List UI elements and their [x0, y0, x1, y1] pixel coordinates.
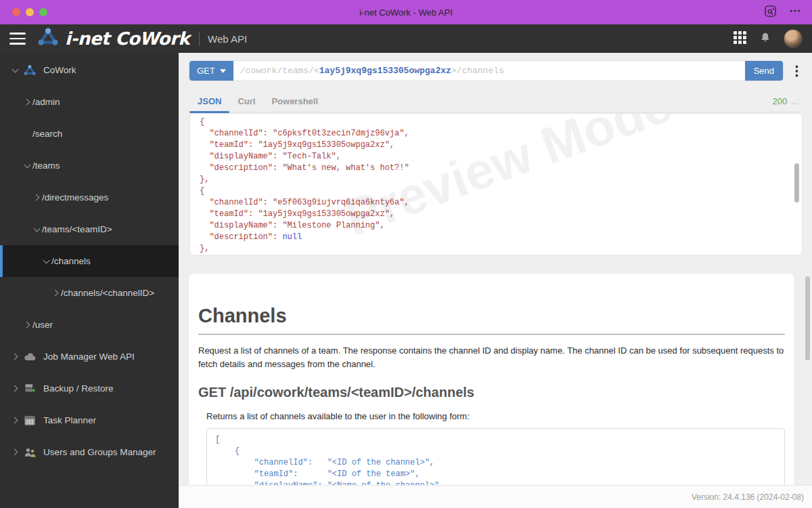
response-panel: { "channelId": "c6pksft0t3zecin7dmjz96vj…	[189, 113, 803, 255]
app-header: i-net CoWork Web API	[0, 24, 812, 53]
documentation-panel: Channels Request a list of channels of a…	[188, 273, 795, 485]
apps-grid-icon[interactable]	[733, 30, 747, 47]
sidebar-item-label: Job Manager Web API	[43, 352, 135, 362]
chevron-right-icon	[9, 352, 20, 362]
sidebar-item-label: /search	[32, 129, 62, 139]
more-options-icon[interactable]	[789, 5, 801, 20]
sidebar-item-teams-teamid[interactable]: /teams/<teamID>	[0, 213, 179, 245]
doc-endpoint-heading: GET /api/cowork/teams/<teamID>/channels	[198, 385, 785, 400]
sidebar-item-cowork[interactable]: CoWork	[0, 54, 179, 86]
doc-code-line: "teamId": "<ID of the team>",	[215, 469, 776, 480]
cloud-icon	[23, 350, 37, 364]
doc-code-block: [ { "channelId": "<ID of the channel>", …	[206, 428, 785, 485]
chevron-placeholder	[22, 129, 32, 140]
doc-returns-text: Returns a list of channels available to …	[206, 411, 785, 421]
response-line: "teamId": "1ay5j9xq9gs153305owpga2xz",	[200, 140, 802, 151]
sidebar-item-user[interactable]: /user	[0, 309, 179, 341]
response-line: {	[200, 117, 802, 128]
response-line: "teamId": "1ay5j9xq9gs153305owpga2xz",	[200, 209, 802, 220]
response-line: },	[200, 174, 802, 186]
response-line-null: "description": null	[200, 232, 802, 243]
main-content: GET /cowork/teams/<1ay5j9xq9gs153305owpg…	[179, 53, 812, 508]
caret-down-icon	[220, 69, 226, 73]
version-label: Version: 24.4.136 (2024-02-08)	[692, 492, 804, 502]
module-subtitle: Web API	[208, 33, 247, 45]
sidebar-item-directmessages[interactable]: /directmessages	[0, 182, 179, 213]
method-dropdown[interactable]: GET	[189, 61, 233, 81]
menu-icon[interactable]	[9, 33, 26, 45]
cowork-logo-icon	[37, 26, 60, 51]
chevron-right-icon	[22, 97, 32, 108]
zoom-window-button[interactable]	[39, 8, 47, 16]
doc-code-line: {	[215, 446, 776, 457]
sidebar-item-users-groups-manager[interactable]: Users and Groups Manager	[0, 436, 179, 468]
response-tabs: JSON Curl Powershell 200 ...	[189, 91, 798, 112]
response-line: "channelId": "c6pksft0t3zecin7dmjz96vja"…	[200, 128, 802, 140]
chevron-down-icon	[31, 224, 42, 235]
sidebar-item-label: /admin	[32, 97, 60, 107]
doc-code-line: "displayName": "<Name of the channel>",	[215, 480, 776, 485]
sidebar-item-label: /teams/<teamID>	[42, 224, 112, 234]
chevron-right-icon	[31, 192, 42, 203]
sidebar-item-backup-restore[interactable]: Backup / Restore	[0, 373, 179, 404]
sidebar-nav: CoWork /admin /search /teams /directmess…	[0, 53, 179, 508]
sidebar-item-label: Task Planner	[43, 415, 96, 425]
sidebar-item-label: /teams	[32, 161, 60, 171]
response-line: {	[200, 186, 802, 197]
chevron-right-icon	[50, 288, 61, 299]
chevron-right-icon	[9, 383, 20, 394]
response-line: "displayName": "Milestone Planning",	[200, 220, 802, 232]
user-avatar[interactable]	[784, 29, 803, 48]
traffic-lights	[12, 8, 47, 16]
macos-titlebar: i-net CoWork - Web API	[0, 0, 812, 24]
close-window-button[interactable]	[12, 8, 20, 16]
sidebar-item-label: /user	[32, 320, 53, 330]
sidebar-item-job-manager[interactable]: Job Manager Web API	[0, 341, 179, 373]
response-status: 200 ...	[772, 96, 798, 112]
response-line: "description": "What's new, what's hot?!…	[200, 163, 802, 174]
response-scrollbar[interactable]	[794, 163, 799, 203]
sidebar-item-channels[interactable]: /channels	[0, 245, 179, 277]
status-more[interactable]: ...	[791, 96, 798, 106]
doc-description: Request a list of channels of a team. Th…	[198, 344, 785, 371]
sidebar-item-label: Users and Groups Manager	[43, 447, 156, 457]
brand-title: i-net CoWork	[65, 28, 189, 49]
header-divider	[199, 31, 200, 46]
sidebar-item-teams[interactable]: /teams	[0, 150, 179, 182]
sidebar-item-channels-channelid[interactable]: /channels/<channelID>	[0, 277, 179, 309]
request-bar: GET /cowork/teams/<1ay5j9xq9gs153305owpg…	[189, 61, 798, 81]
chevron-right-icon	[9, 447, 20, 458]
chevron-down-icon	[22, 161, 32, 171]
calendar-icon	[23, 414, 37, 427]
status-code: 200	[772, 96, 787, 106]
cowork-logo-icon	[23, 64, 37, 77]
sidebar-item-label: CoWork	[43, 65, 76, 75]
page-scrollbar[interactable]	[805, 276, 810, 360]
search-page-icon[interactable]	[764, 5, 777, 20]
minimize-window-button[interactable]	[26, 8, 34, 16]
response-json: { "channelId": "c6pksft0t3zecin7dmjz96vj…	[190, 114, 802, 255]
chevron-down-icon	[9, 65, 20, 76]
url-prefix: /cowork/teams/<	[240, 66, 319, 76]
sidebar-item-admin[interactable]: /admin	[0, 86, 179, 118]
response-line: },	[200, 243, 802, 255]
null-line-prefix: "description":	[200, 232, 282, 242]
sidebar-item-label: /channels/<channelID>	[61, 288, 154, 298]
null-value: null	[282, 232, 302, 242]
response-line: "channelId": "e5f063g9iujvrq6iqa6knty6a"…	[200, 197, 802, 209]
tab-json[interactable]: JSON	[189, 91, 229, 112]
url-input[interactable]: /cowork/teams/<1ay5j9xq9gs153305owpga2xz…	[233, 61, 745, 81]
send-button[interactable]: Send	[745, 61, 783, 81]
sidebar-item-search[interactable]: /search	[0, 118, 179, 150]
tab-curl[interactable]: Curl	[229, 91, 263, 112]
backup-restore-icon	[23, 382, 37, 396]
tab-powershell[interactable]: Powershell	[263, 91, 326, 112]
sidebar-item-label: Backup / Restore	[43, 383, 114, 394]
doc-code-line: [	[215, 434, 776, 446]
chevron-right-icon	[22, 320, 32, 331]
chevron-down-icon	[41, 256, 51, 267]
request-options-menu-icon[interactable]	[795, 65, 798, 77]
notifications-bell-icon[interactable]	[759, 31, 771, 47]
footer: Version: 24.4.136 (2024-02-08)	[179, 485, 812, 508]
sidebar-item-task-planner[interactable]: Task Planner	[0, 404, 179, 436]
